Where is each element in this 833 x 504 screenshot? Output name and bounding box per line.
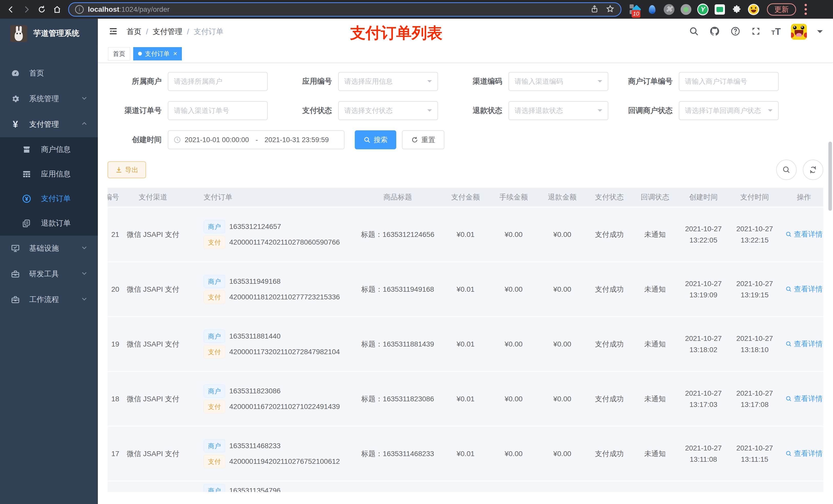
tab-label: 支付订单 bbox=[145, 50, 170, 58]
toolbox-icon bbox=[10, 295, 21, 304]
profile-avatar-icon[interactable] bbox=[748, 4, 759, 15]
cell-order: 商户 1635311949168 支付 42000011812021102777… bbox=[183, 272, 354, 306]
bookmark-star-icon[interactable] bbox=[606, 5, 615, 14]
sidebar-item-pay-order[interactable]: 支付订单 bbox=[0, 187, 98, 211]
cell-fee: ¥0.00 bbox=[489, 340, 538, 348]
cell-id: 20 bbox=[108, 285, 123, 293]
scrollbar-thumb[interactable] bbox=[828, 142, 832, 211]
pay-status-select[interactable]: 请选择支付状态 bbox=[338, 101, 438, 120]
view-detail-link[interactable]: 查看详情 bbox=[785, 284, 823, 294]
merchant-tag: 商户 bbox=[204, 330, 225, 343]
merchant-order-no-input[interactable] bbox=[685, 78, 772, 86]
cell-notify: 未通知 bbox=[632, 230, 678, 239]
col-fee: 手续金额 bbox=[489, 192, 538, 202]
table-row: 19 微信 JSAPI 支付 商户 1635311881440 支付 42000… bbox=[108, 316, 823, 371]
filter-label-merchant: 所属商户 bbox=[108, 76, 168, 87]
back-icon[interactable] bbox=[5, 4, 17, 15]
sidebar-item-infra[interactable]: 基础设施 bbox=[0, 236, 98, 261]
sidebar-item-system[interactable]: 系统管理 bbox=[0, 86, 98, 112]
merchant-order-number: 1635311949168 bbox=[229, 278, 281, 286]
address-bar[interactable]: i localhost:1024/pay/order bbox=[68, 2, 621, 17]
channel-code-select[interactable]: 请输入渠道编码 bbox=[508, 72, 609, 91]
sidebar-item-workflow[interactable]: 工作流程 bbox=[0, 287, 98, 312]
reload-icon[interactable] bbox=[36, 4, 48, 15]
cell-order: 商户 1635311468233 支付 42000011942021102767… bbox=[183, 437, 354, 471]
tab-home[interactable]: 首页 bbox=[108, 47, 130, 61]
sidebar-item-label: 工作流程 bbox=[29, 294, 59, 305]
refresh-button[interactable] bbox=[803, 160, 823, 180]
browser-menu-icon[interactable] bbox=[802, 3, 809, 16]
avatar-caret-icon[interactable] bbox=[817, 30, 823, 36]
sidebar-item-label: 系统管理 bbox=[29, 94, 59, 104]
share-icon[interactable] bbox=[590, 5, 599, 14]
browser-update-button[interactable]: 更新 bbox=[767, 3, 796, 16]
reset-button[interactable]: 重置 bbox=[402, 130, 445, 149]
cell-id: 17 bbox=[108, 450, 123, 458]
extensions-puzzle-icon[interactable] bbox=[731, 4, 742, 15]
extension-command-icon[interactable]: ⌘ bbox=[663, 4, 675, 15]
view-detail-link[interactable]: 查看详情 bbox=[785, 339, 823, 349]
filter-label-app: 应用编号 bbox=[278, 76, 338, 87]
forward-icon[interactable] bbox=[21, 4, 32, 15]
browser-toolbar: i localhost:1024/pay/order 10 ⌘ Y 更新 bbox=[0, 0, 833, 19]
view-detail-link[interactable]: 查看详情 bbox=[785, 449, 823, 458]
search-icon[interactable] bbox=[689, 26, 699, 38]
font-size-icon[interactable]: TT bbox=[771, 26, 781, 37]
sidebar-item-merchant-info[interactable]: 商户信息 bbox=[0, 137, 98, 162]
refund-status-select[interactable]: 请选择退款状态 bbox=[508, 101, 609, 120]
export-button-label: 导出 bbox=[125, 165, 138, 174]
pay-order-number: 4200001167202110271022491439 bbox=[229, 403, 340, 411]
app-logo[interactable]: 芋道管理系统 bbox=[0, 19, 98, 48]
show-search-toggle-button[interactable] bbox=[776, 160, 796, 180]
sidebar-item-refund-order[interactable]: 退款订单 bbox=[0, 211, 98, 236]
export-button[interactable]: 导出 bbox=[108, 161, 146, 178]
close-icon[interactable] bbox=[173, 50, 177, 57]
chevron-up-icon bbox=[81, 120, 88, 129]
sidebar-item-pay[interactable]: ¥ 支付管理 bbox=[0, 112, 98, 137]
cell-channel: 微信 JSAPI 支付 bbox=[123, 449, 183, 459]
search-button[interactable]: 搜索 bbox=[355, 130, 396, 149]
table-row: 18 微信 JSAPI 支付 商户 1635311823086 支付 42000… bbox=[108, 371, 823, 426]
extension-recorder-icon[interactable] bbox=[680, 4, 692, 15]
merchant-input[interactable] bbox=[174, 78, 262, 86]
cell-order: 商户 1635312124657 支付 42000011742021102780… bbox=[183, 218, 354, 251]
pay-tag: 支付 bbox=[204, 290, 225, 304]
extension-y-icon[interactable]: Y bbox=[697, 4, 709, 15]
view-detail-link[interactable]: 查看详情 bbox=[785, 230, 823, 239]
breadcrumb-home[interactable]: 首页 bbox=[126, 27, 141, 37]
fullscreen-icon[interactable] bbox=[751, 26, 761, 38]
extension-chat-icon[interactable] bbox=[714, 4, 725, 15]
toolbox-icon bbox=[10, 269, 21, 279]
home-icon[interactable] bbox=[51, 4, 63, 15]
yuan-circle-icon bbox=[22, 194, 32, 203]
table-row: 17 微信 JSAPI 支付 商户 1635311468233 支付 42000… bbox=[108, 426, 823, 481]
cell-refund: ¥0.00 bbox=[538, 285, 587, 293]
sidebar-item-devtools[interactable]: 研发工具 bbox=[0, 261, 98, 287]
view-detail-link[interactable]: 查看详情 bbox=[785, 394, 823, 404]
app-select[interactable]: 请选择应用信息 bbox=[338, 72, 438, 91]
user-avatar[interactable] bbox=[791, 24, 807, 40]
pay-tag: 支付 bbox=[204, 345, 225, 359]
date-separator: - bbox=[256, 136, 258, 144]
site-info-icon[interactable]: i bbox=[75, 5, 84, 14]
sidebar-item-home[interactable]: 首页 bbox=[0, 61, 98, 86]
create-time-range-picker[interactable]: 2021-10-01 00:00:00 - 2021-10-31 23:59:5… bbox=[168, 130, 344, 149]
cell-actions: 查看详情 bbox=[780, 339, 828, 349]
github-icon[interactable] bbox=[709, 26, 720, 38]
cell-created: 2021-10-2713:11:08 bbox=[678, 442, 729, 465]
notify-status-select[interactable]: 请选择订单回调商户状态 bbox=[679, 101, 779, 120]
view-detail-label: 查看详情 bbox=[794, 230, 823, 239]
channel-order-no-input[interactable] bbox=[174, 107, 262, 115]
extension-balloon-icon[interactable] bbox=[646, 4, 658, 15]
breadcrumb-pay-manage[interactable]: 支付管理 bbox=[153, 27, 182, 37]
merchant-tag: 商户 bbox=[204, 439, 225, 453]
extension-tabs-icon[interactable]: 10 bbox=[629, 4, 641, 15]
active-dot-icon bbox=[138, 52, 142, 55]
monitor-icon bbox=[10, 244, 21, 253]
tab-pay-order[interactable]: 支付订单 bbox=[133, 47, 182, 61]
help-icon[interactable] bbox=[730, 26, 740, 38]
sidebar-item-app-info[interactable]: 应用信息 bbox=[0, 162, 98, 187]
chevron-down-icon bbox=[768, 110, 772, 114]
breadcrumb: 首页 / 支付管理 / 支付订单 bbox=[126, 27, 223, 37]
sidebar-toggle-icon[interactable] bbox=[108, 26, 118, 38]
